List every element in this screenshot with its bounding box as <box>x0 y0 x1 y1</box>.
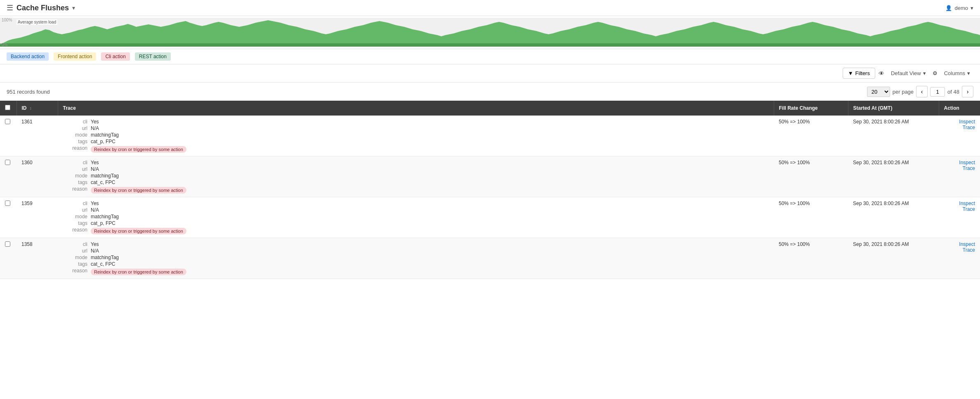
row-checkbox-cell <box>0 116 16 156</box>
row-trace: cli Yes url N/A mode matchingTag tags ca… <box>58 238 774 279</box>
table-row: 1360 cli Yes url N/A mode matchingTag ta… <box>0 156 980 197</box>
top-bar: ☰ Cache Flushes ▾ 👤 demo ▾ <box>0 0 980 16</box>
trace-val-url: N/A <box>91 248 769 254</box>
row-started-at: Sep 30, 2021 8:00:26 AM <box>848 238 939 279</box>
user-icon: 👤 <box>945 5 952 11</box>
trace-key-cli: cli <box>63 201 87 206</box>
user-label: demo <box>954 5 968 11</box>
row-checkbox-cell <box>0 238 16 279</box>
table-header-row: ID ↕ Trace Fill Rate Change Started At (… <box>0 101 980 116</box>
sort-icon: ↕ <box>30 106 32 111</box>
trace-reason-pill: Reindex by cron or triggered by some act… <box>91 269 186 275</box>
chart-label-0: 0% <box>2 42 7 47</box>
chart-label-100: 100% <box>2 18 12 22</box>
next-page-button[interactable]: › <box>962 86 973 97</box>
row-fill-rate: 50% => 100% <box>774 116 848 156</box>
row-action-cell: Inspect Trace <box>939 197 980 238</box>
trace-key-reason: reason <box>63 145 87 153</box>
filter-button[interactable]: ▼ Filters <box>843 68 875 79</box>
th-fill: Fill Rate Change <box>774 101 848 116</box>
view-button[interactable]: Default View ▾ <box>888 68 929 78</box>
trace-val-tags: cat_p, FPC <box>91 220 769 226</box>
trace-key-url: url <box>63 166 87 172</box>
row-started-at: Sep 30, 2021 8:00:26 AM <box>848 156 939 197</box>
records-count: 951 records found <box>7 89 50 95</box>
row-checkbox[interactable] <box>5 119 10 124</box>
th-checkbox <box>0 101 16 116</box>
table-row: 1361 cli Yes url N/A mode matchingTag ta… <box>0 116 980 156</box>
row-id: 1358 <box>16 238 58 279</box>
trace-link[interactable]: Trace <box>944 206 975 212</box>
trace-key-mode: mode <box>63 173 87 179</box>
trace-key-reason: reason <box>63 268 87 275</box>
trace-key-url: url <box>63 125 87 131</box>
per-page-label: per page <box>893 89 914 95</box>
trace-val-reason: Reindex by cron or triggered by some act… <box>91 227 769 234</box>
row-checkbox[interactable] <box>5 160 10 165</box>
row-started-at: Sep 30, 2021 8:00:26 AM <box>848 197 939 238</box>
trace-val-cli: Yes <box>91 119 769 125</box>
chart-avg-label: Average system load <box>16 19 57 25</box>
inspect-link[interactable]: Inspect <box>944 241 975 247</box>
trace-key-tags: tags <box>63 261 87 267</box>
filter-label: Filters <box>855 70 870 76</box>
trace-key-cli: cli <box>63 160 87 165</box>
columns-label: Columns <box>944 70 965 76</box>
user-info[interactable]: 👤 demo ▾ <box>945 5 973 11</box>
trace-key-tags: tags <box>63 139 87 144</box>
trace-reason-pill: Reindex by cron or triggered by some act… <box>91 228 186 234</box>
table-controls: 951 records found 20 50 100 per page ‹ o… <box>0 83 980 101</box>
inspect-link[interactable]: Inspect <box>944 119 975 125</box>
trace-key-mode: mode <box>63 255 87 260</box>
user-dropdown-icon: ▾ <box>971 5 973 11</box>
system-load-chart: 100% 0% Average system load <box>0 16 980 49</box>
top-bar-left: ☰ Cache Flushes ▾ <box>7 3 75 12</box>
inspect-link[interactable]: Inspect <box>944 160 975 165</box>
trace-val-url: N/A <box>91 207 769 213</box>
per-page-dropdown[interactable]: 20 50 100 <box>867 87 890 97</box>
row-id: 1359 <box>16 197 58 238</box>
row-action-cell: Inspect Trace <box>939 116 980 156</box>
trace-val-mode: matchingTag <box>91 214 769 220</box>
row-checkbox[interactable] <box>5 201 10 206</box>
trace-key-mode: mode <box>63 214 87 220</box>
th-id[interactable]: ID ↕ <box>16 101 58 116</box>
th-action: Action <box>939 101 980 116</box>
inspect-link[interactable]: Inspect <box>944 201 975 206</box>
columns-button[interactable]: Columns ▾ <box>941 68 973 78</box>
row-trace: cli Yes url N/A mode matchingTag tags ca… <box>58 116 774 156</box>
trace-link[interactable]: Trace <box>944 247 975 253</box>
trace-val-url: N/A <box>91 125 769 131</box>
columns-dropdown-icon: ▾ <box>967 70 970 76</box>
row-id: 1360 <box>16 156 58 197</box>
trace-key-url: url <box>63 248 87 254</box>
title-dropdown[interactable]: ▾ <box>72 5 75 11</box>
page-of: of 48 <box>947 89 959 95</box>
table-row: 1359 cli Yes url N/A mode matchingTag ta… <box>0 197 980 238</box>
prev-page-button[interactable]: ‹ <box>916 86 928 97</box>
row-checkbox[interactable] <box>5 241 10 247</box>
row-fill-rate: 50% => 100% <box>774 238 848 279</box>
trace-key-mode: mode <box>63 132 87 138</box>
page-title: Cache Flushes <box>16 4 69 12</box>
trace-val-cli: Yes <box>91 241 769 247</box>
page-input[interactable] <box>930 87 945 97</box>
trace-val-tags: cat_c, FPC <box>91 261 769 267</box>
row-action-cell: Inspect Trace <box>939 238 980 279</box>
row-checkbox-cell <box>0 197 16 238</box>
eye-icon: 👁 <box>879 70 884 77</box>
table-row: 1358 cli Yes url N/A mode matchingTag ta… <box>0 238 980 279</box>
data-table: ID ↕ Trace Fill Rate Change Started At (… <box>0 101 980 279</box>
hamburger-icon[interactable]: ☰ <box>7 3 13 12</box>
legend-cli[interactable]: Cli action <box>101 52 130 61</box>
trace-val-mode: matchingTag <box>91 132 769 138</box>
select-all-checkbox[interactable] <box>5 105 10 110</box>
trace-val-tags: cat_c, FPC <box>91 179 769 185</box>
legend-rest[interactable]: REST action <box>135 52 171 61</box>
legend-backend[interactable]: Backend action <box>7 52 49 61</box>
trace-link[interactable]: Trace <box>944 165 975 171</box>
view-label: Default View <box>891 70 921 76</box>
legend-frontend[interactable]: Frontend action <box>54 52 96 61</box>
trace-link[interactable]: Trace <box>944 125 975 130</box>
trace-key-reason: reason <box>63 227 87 234</box>
